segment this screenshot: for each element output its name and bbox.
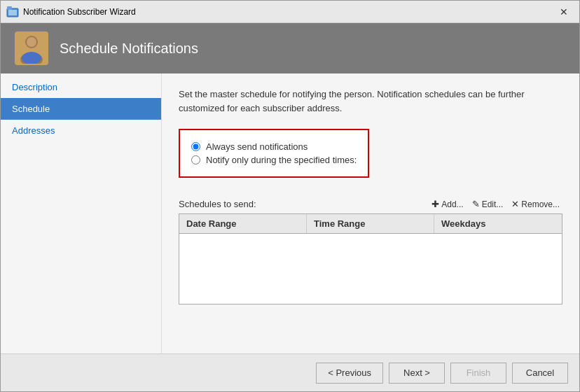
wizard-window: Notification Subscriber Wizard ✕ Schedul… bbox=[0, 0, 580, 392]
content-area: Description Schedule Addresses Set the m… bbox=[1, 74, 579, 354]
svg-rect-2 bbox=[7, 6, 12, 10]
finish-button[interactable]: Finish bbox=[450, 363, 506, 384]
header-title: Schedule Notifications bbox=[60, 41, 198, 57]
close-button[interactable]: ✕ bbox=[554, 4, 574, 20]
svg-rect-1 bbox=[8, 10, 17, 15]
col-time-range: Time Range bbox=[307, 214, 434, 233]
sidebar-item-schedule[interactable]: Schedule bbox=[1, 98, 161, 120]
schedules-table: Date Range Time Range Weekdays bbox=[179, 214, 562, 304]
radio-specified-input[interactable] bbox=[191, 155, 200, 164]
sidebar-item-addresses[interactable]: Addresses bbox=[1, 120, 161, 141]
header-icon bbox=[15, 31, 48, 65]
title-bar-text: Notification Subscriber Wizard bbox=[23, 7, 554, 17]
next-button[interactable]: Next > bbox=[389, 363, 445, 384]
svg-point-5 bbox=[22, 52, 41, 64]
app-icon bbox=[6, 6, 19, 18]
radio-always[interactable]: Always send notifications bbox=[191, 141, 357, 152]
table-header: Date Range Time Range Weekdays bbox=[179, 214, 562, 234]
edit-icon: ✎ bbox=[472, 199, 480, 209]
col-weekdays: Weekdays bbox=[434, 214, 562, 233]
schedules-toolbar: Schedules to send: ✚ Add... ✎ Edit... ✕ … bbox=[179, 197, 562, 211]
radio-specified-label: Notify only during the specified times: bbox=[206, 155, 357, 165]
description-text: Set the master schedule for notifying th… bbox=[179, 88, 543, 115]
add-icon: ✚ bbox=[431, 199, 439, 209]
add-button[interactable]: ✚ Add... bbox=[429, 197, 466, 211]
sidebar: Description Schedule Addresses bbox=[1, 74, 162, 354]
col-date-range: Date Range bbox=[179, 214, 307, 233]
cancel-button[interactable]: Cancel bbox=[512, 363, 568, 384]
schedules-section: Schedules to send: ✚ Add... ✎ Edit... ✕ … bbox=[179, 197, 562, 304]
title-bar: Notification Subscriber Wizard ✕ bbox=[1, 1, 579, 23]
header-banner: Schedule Notifications bbox=[1, 23, 579, 74]
edit-label: Edit... bbox=[482, 200, 504, 209]
table-body bbox=[179, 234, 562, 304]
radio-always-input[interactable] bbox=[191, 142, 200, 151]
sidebar-item-description[interactable]: Description bbox=[1, 76, 161, 98]
schedules-label: Schedules to send: bbox=[179, 199, 256, 209]
svg-point-6 bbox=[27, 37, 36, 47]
remove-button[interactable]: ✕ Remove... bbox=[509, 197, 562, 211]
remove-icon: ✕ bbox=[511, 199, 519, 209]
radio-group: Always send notifications Notify only du… bbox=[179, 129, 369, 178]
radio-always-label: Always send notifications bbox=[206, 141, 308, 152]
remove-label: Remove... bbox=[521, 200, 560, 209]
footer: < Previous Next > Finish Cancel bbox=[1, 354, 579, 391]
previous-button[interactable]: < Previous bbox=[316, 363, 383, 384]
edit-button[interactable]: ✎ Edit... bbox=[469, 197, 506, 211]
add-label: Add... bbox=[441, 200, 463, 209]
radio-specified[interactable]: Notify only during the specified times: bbox=[191, 155, 357, 165]
main-content: Set the master schedule for notifying th… bbox=[162, 74, 579, 354]
